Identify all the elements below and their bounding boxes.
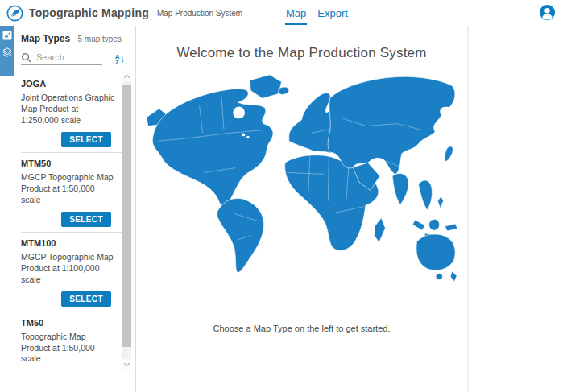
- item-description: MGCP Topographic Map Product at 1:50,000…: [21, 172, 116, 206]
- sort-arrow: ↓: [121, 55, 126, 64]
- world-map-graphic: [144, 71, 460, 307]
- item-title: JOGA: [21, 79, 111, 89]
- welcome-panel: Welcome to the Map Production System: [136, 26, 467, 392]
- right-empty-panel: [467, 26, 563, 392]
- scrollbar-thumb[interactable]: [122, 85, 131, 347]
- select-button-mtm100[interactable]: SELECT: [61, 291, 111, 307]
- search-box: [21, 52, 102, 65]
- list-item-tm50: TM50 Topographic Map Product at 1:50,000…: [21, 312, 126, 363]
- sort-a-z-icon[interactable]: A Z ↓: [115, 54, 125, 65]
- welcome-title: Welcome to the Map Production System: [136, 45, 467, 61]
- panel-title: Map Types: [21, 33, 70, 44]
- layers-icon[interactable]: [2, 47, 12, 57]
- content-area: Map Types 5 map types: [0, 26, 563, 392]
- map-types-sidebar: Map Types 5 map types: [0, 26, 136, 392]
- item-description: Joint Operations Graphic Map Product at …: [21, 93, 116, 126]
- sort-letter-z: Z: [115, 60, 119, 65]
- tab-map[interactable]: Map: [286, 7, 306, 19]
- chevron-up-icon[interactable]: [122, 71, 131, 82]
- item-description: MGCP Topographic Map Product at 1:100,00…: [21, 252, 116, 286]
- search-icon: [21, 52, 31, 63]
- action-bar: [0, 26, 14, 76]
- map-type-list: JOGA Joint Operations Graphic Map Produc…: [21, 73, 126, 363]
- app-window: Topographic Mapping Map Production Syste…: [0, 0, 563, 392]
- list-item-mtm50: MTM50 MGCP Topographic Map Product at 1:…: [21, 153, 126, 233]
- item-title: MTM50: [21, 159, 111, 168]
- select-button-joga[interactable]: SELECT: [61, 132, 111, 147]
- app-header: Topographic Mapping Map Production Syste…: [0, 0, 563, 26]
- top-nav: Map Export: [286, 0, 348, 26]
- user-account-icon[interactable]: [539, 4, 556, 24]
- map-type-count: 5 map types: [78, 35, 122, 43]
- sidebar-scrollbar[interactable]: [122, 71, 131, 370]
- item-title: MTM100: [21, 238, 111, 248]
- instruction-text: Choose a Map Type on the left to get sta…: [136, 324, 467, 333]
- map-types-panel: Map Types 5 map types: [14, 26, 135, 392]
- map-product-icon[interactable]: [2, 31, 12, 40]
- list-item-joga: JOGA Joint Operations Graphic Map Produc…: [21, 73, 126, 153]
- globe-icon: [6, 5, 23, 22]
- app-subtitle: Map Production System: [157, 9, 242, 18]
- app-title: Topographic Mapping: [29, 6, 149, 19]
- list-item-mtm100: MTM100 MGCP Topographic Map Product at 1…: [21, 233, 126, 312]
- tab-export[interactable]: Export: [317, 7, 348, 19]
- item-description: Topographic Map Product at 1:50,000 scal…: [21, 332, 116, 363]
- scrollbar-track[interactable]: [122, 82, 131, 359]
- item-title: TM50: [21, 318, 111, 328]
- search-input[interactable]: [35, 52, 102, 63]
- chevron-down-icon[interactable]: [122, 359, 131, 370]
- select-button-mtm50[interactable]: SELECT: [61, 212, 111, 227]
